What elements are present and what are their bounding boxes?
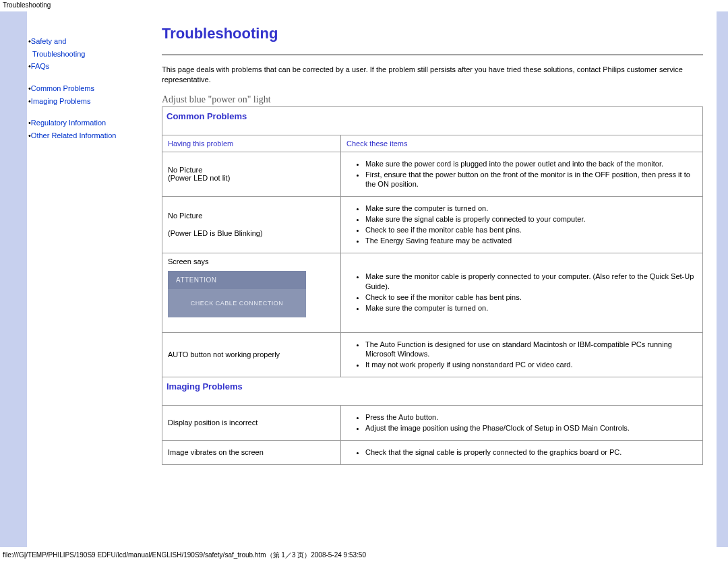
right-decor-bar — [717, 11, 728, 547]
sidebar-item-other-related[interactable]: •Other Related Information — [28, 129, 158, 142]
problem-text: Image vibrates on the screen — [168, 448, 264, 456]
check-item: First, ensure that the power button on t… — [365, 170, 697, 190]
check-list: The Auto Function is designed for use on… — [346, 340, 697, 371]
attention-banner: ATTENTION CHECK CABLE CONNECTION — [168, 271, 306, 317]
title-separator — [162, 55, 703, 55]
col-header-check: Check these items — [341, 135, 703, 152]
attention-message: CHECK CABLE CONNECTION — [168, 289, 306, 317]
check-list: Check that the signal cable is properly … — [346, 447, 697, 458]
check-item: Make sure the power cord is plugged into… — [365, 159, 697, 169]
table-row: No Picture (Power LED is Blue Blinking) … — [162, 197, 703, 253]
problem-text: AUTO button not working properly — [168, 350, 280, 358]
check-item: Make sure the signal cable is properly c… — [365, 214, 697, 224]
col-header-problem: Having this problem — [162, 135, 341, 152]
check-item: Press the Auto button. — [365, 412, 697, 423]
sidebar-item-imaging-problems[interactable]: •Imaging Problems — [28, 95, 158, 108]
intro-text: This page deals with problems that can b… — [162, 65, 703, 85]
page-title: Troubleshooting — [162, 25, 703, 42]
table-row: No Picture (Power LED not lit) Make sure… — [162, 152, 703, 197]
check-list: Make sure the monitor cable is properly … — [346, 272, 697, 313]
check-item: Check to see if the monitor cable has be… — [365, 225, 697, 235]
footer-path: file:///G|/TEMP/PHILIPS/190S9 EDFU/lcd/m… — [3, 551, 366, 560]
check-item: It may not work properly if using nonsta… — [365, 360, 697, 370]
check-item: Adjust the image position using the Phas… — [365, 423, 697, 433]
sidebar-item-safety[interactable]: •Safety and Troubleshooting — [28, 35, 158, 60]
check-item: Check that the signal cable is properly … — [365, 447, 697, 458]
attention-title: ATTENTION — [168, 271, 306, 289]
check-list: Press the Auto button. Adjust the image … — [346, 412, 697, 433]
section-header-imaging: Imaging Problems — [162, 377, 703, 406]
problem-text: Display position is incorrect — [168, 418, 257, 427]
sidebar: •Safety and Troubleshooting •FAQs •Commo… — [27, 11, 162, 547]
check-item: Make sure the computer is turned on. — [365, 204, 697, 214]
adjust-caption: Adjust blue "power on" light — [162, 94, 703, 105]
check-item: The Energy Saving feature may be activat… — [365, 236, 697, 246]
table-row: Screen says ATTENTION CHECK CABLE CONNEC… — [162, 253, 703, 332]
problem-text: No Picture — [168, 212, 335, 220]
check-item: Check to see if the monitor cable has be… — [365, 292, 697, 303]
page-layout: •Safety and Troubleshooting •FAQs •Commo… — [0, 11, 728, 547]
table-row: Display position is incorrect Press the … — [162, 406, 703, 441]
sidebar-item-regulatory[interactable]: •Regulatory Information — [28, 117, 158, 129]
table-row: AUTO button not working properly The Aut… — [162, 332, 703, 377]
check-item: Make sure the monitor cable is properly … — [365, 272, 697, 292]
sidebar-item-common-problems[interactable]: •Common Problems — [28, 82, 158, 95]
problem-sub: (Power LED is Blue Blinking) — [168, 229, 335, 237]
check-item: Make sure the computer is turned on. — [365, 303, 697, 313]
problem-sub: (Power LED not lit) — [168, 174, 230, 182]
table-row: Image vibrates on the screen Check that … — [162, 440, 703, 464]
check-item: The Auto Function is designed for use on… — [365, 340, 697, 360]
section-header-common: Common Problems — [162, 106, 703, 135]
problem-text: Screen says — [168, 257, 335, 266]
check-list: Make sure the computer is turned on. Mak… — [346, 204, 697, 245]
main-content: Troubleshooting This page deals with pro… — [162, 11, 717, 547]
troubleshooting-table: Common Problems Having this problem Chec… — [162, 106, 703, 465]
doc-top-label: Troubleshooting — [0, 0, 728, 10]
problem-text: No Picture — [168, 166, 335, 174]
sidebar-item-faqs[interactable]: •FAQs — [28, 60, 158, 73]
left-decor-bar — [0, 11, 27, 547]
check-list: Make sure the power cord is plugged into… — [346, 159, 697, 190]
